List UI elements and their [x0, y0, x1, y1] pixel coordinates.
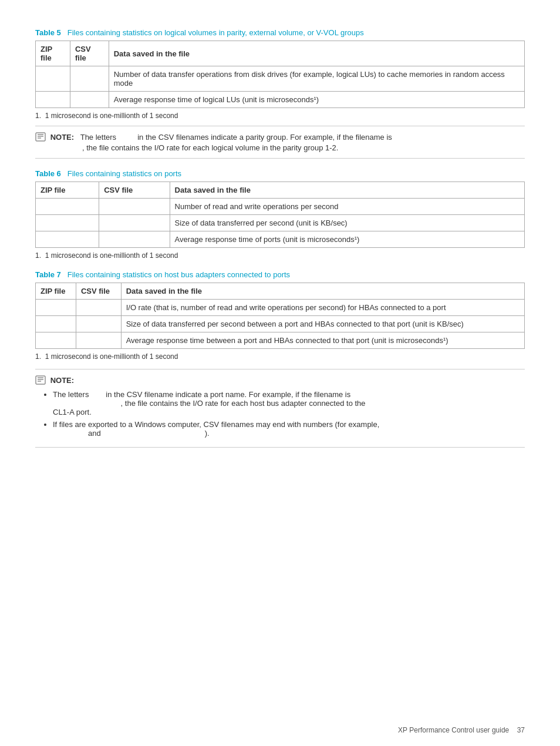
table-row: Size of data transferred per second betw…	[36, 316, 525, 332]
table-row: Average response time of ports (unit is …	[36, 231, 525, 248]
note2-svg-icon	[35, 375, 46, 385]
table7-section: Table 7 Files containing statistics on h…	[35, 270, 525, 361]
table6-label: Table 6	[35, 169, 61, 178]
table5-row1-col1	[36, 66, 70, 92]
table6-row2-col3: Size of data transferred per second (uni…	[170, 215, 524, 231]
table6-row3-col2	[99, 231, 170, 248]
note2-bullet2-cont: and ).	[88, 429, 210, 438]
table6-row2-col2	[99, 215, 170, 231]
table6-col1-header: ZIP file	[36, 182, 99, 199]
note2-bullet1: The letters in the CSV filename indicate…	[53, 390, 350, 399]
table5-col2-header: CSV file	[70, 41, 109, 66]
table6-footnote: 1. 1 microsecond is one-millionth of 1 s…	[35, 251, 525, 260]
table6-description: Files containing statistics on ports	[68, 169, 181, 178]
table6-row1-col3: Number of read and write operations per …	[170, 199, 524, 215]
table6-row3-col1	[36, 231, 99, 248]
table-row: Number of read and write operations per …	[36, 199, 525, 215]
table7-row3-col2	[76, 332, 121, 349]
table5-col3-header: Data saved in the file	[109, 41, 524, 66]
table6-col3-header: Data saved in the file	[170, 182, 524, 199]
table6-row1-col1	[36, 199, 99, 215]
note-svg-icon	[35, 132, 46, 142]
table7-title: Table 7 Files containing statistics on h…	[35, 270, 525, 279]
table7-row3-col1	[36, 332, 76, 349]
table6-col2-header: CSV file	[99, 182, 170, 199]
footer-page: 37	[517, 726, 525, 734]
note2-header: NOTE:	[35, 375, 525, 387]
table6-row2-col1	[36, 215, 99, 231]
table6: ZIP file CSV file Data saved in the file…	[35, 182, 525, 248]
note1-text: The letters in the CSV filenames indicat…	[80, 133, 392, 142]
table-row: Size of data transferred per second (uni…	[36, 215, 525, 231]
table7-col2-header: CSV file	[76, 283, 121, 300]
table5-row1-col3: Number of data transfer operations from …	[109, 66, 524, 92]
list-item: If files are exported to a Windows compu…	[53, 420, 525, 438]
svg-rect-4	[36, 376, 45, 384]
table5-label: Table 5	[35, 28, 61, 37]
note1-label: NOTE:	[50, 133, 74, 142]
note2-box: NOTE: The letters in the CSV filename in…	[35, 369, 525, 448]
note2-bullet1-end: CL1-A port.	[53, 408, 92, 416]
table7-row2-col1	[36, 316, 76, 332]
table5-col1-header: ZIP file	[36, 41, 70, 66]
table7-row3-col3: Average response time between a port and…	[121, 332, 524, 349]
table6-section: Table 6 Files containing statistics on p…	[35, 169, 525, 260]
note-icon	[35, 132, 46, 143]
footer-text: XP Performance Control user guide	[398, 726, 509, 734]
table5-row2-col2	[70, 92, 109, 108]
table5-row2-col1	[36, 92, 70, 108]
table7-label: Table 7	[35, 270, 61, 279]
table5-title: Table 5 Files containing statistics on l…	[35, 28, 525, 37]
table6-row1-col2	[99, 199, 170, 215]
table-row: I/O rate (that is, number of read and wr…	[36, 300, 525, 316]
table5-section: Table 5 Files containing statistics on l…	[35, 28, 525, 120]
svg-rect-0	[36, 133, 45, 141]
table-row: Average response time of logical LUs (un…	[36, 92, 525, 108]
table7-row2-col2	[76, 316, 121, 332]
table5-footnote: 1. 1 microsecond is one-millionth of 1 s…	[35, 112, 525, 120]
table5-description: Files containing statistics on logical v…	[68, 28, 364, 37]
table6-row3-col3: Average response time of ports (unit is …	[170, 231, 524, 248]
table7-col1-header: ZIP file	[36, 283, 76, 300]
table5-row1-col2	[70, 66, 109, 92]
table-row: Number of data transfer operations from …	[36, 66, 525, 92]
list-item: The letters in the CSV filename indicate…	[53, 390, 525, 416]
note2-list: The letters in the CSV filename indicate…	[53, 390, 525, 438]
note2-bullet1-cont: , the file contains the I/O rate for eac…	[53, 399, 366, 408]
note2-bullet2: If files are exported to a Windows compu…	[53, 420, 379, 429]
page-footer: XP Performance Control user guide 37	[398, 726, 525, 734]
note2-icon	[35, 375, 46, 387]
table7-description: Files containing statistics on host bus …	[68, 270, 290, 279]
table5: ZIP file CSV file Data saved in the file…	[35, 41, 525, 108]
note1-continuation: , the file contains the I/O rate for eac…	[82, 143, 338, 152]
table7-row1-col1	[36, 300, 76, 316]
table7-row1-col2	[76, 300, 121, 316]
table7-row2-col3: Size of data transferred per second betw…	[121, 316, 524, 332]
table7: ZIP file CSV file Data saved in the file…	[35, 283, 525, 349]
table7-footnote: 1. 1 microsecond is one-millionth of 1 s…	[35, 352, 525, 361]
note1-box: NOTE: The letters in the CSV filenames i…	[35, 126, 525, 159]
table6-title: Table 6 Files containing statistics on p…	[35, 169, 525, 178]
table5-row2-col3: Average response time of logical LUs (un…	[109, 92, 524, 108]
table7-row1-col3: I/O rate (that is, number of read and wr…	[121, 300, 524, 316]
note2-label: NOTE:	[50, 376, 74, 385]
table-row: Average response time between a port and…	[36, 332, 525, 349]
table7-col3-header: Data saved in the file	[121, 283, 524, 300]
